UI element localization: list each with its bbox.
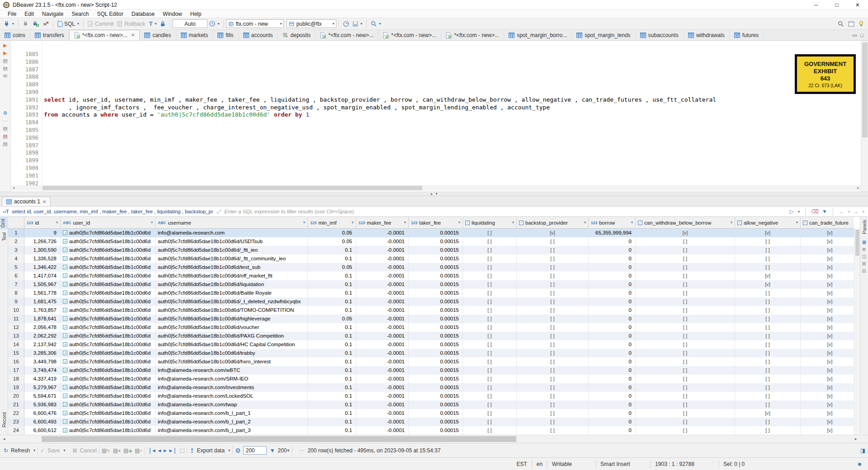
column-header-allow_negative[interactable]: ✓allow_negative▼: [735, 217, 801, 228]
table-row-8[interactable]: 81,561,778↗auth0|5c7cfd86dd5dae18b1c00d6…: [8, 289, 854, 297]
cell-min_imf[interactable]: 0.1: [308, 357, 356, 366]
column-filter-caret-icon[interactable]: ▼: [630, 221, 634, 225]
editor-tab-8[interactable]: *<ftx.com - new>...: [316, 30, 378, 40]
cell-id[interactable]: 1,878,641: [24, 315, 61, 323]
cell-borrow[interactable]: 0: [589, 263, 636, 272]
code-line-1890[interactable]: [44, 89, 861, 96]
row-number[interactable]: 3: [8, 246, 24, 254]
edit-row-icon[interactable]: ▤✎: [102, 447, 110, 454]
table-row-24[interactable]: 246,600,612↗auth0|5c7cfd86dd5dae18b1c00d…: [8, 426, 854, 435]
cell-can_trade_future[interactable]: [v]: [801, 332, 854, 340]
cell-id[interactable]: 1,346,422: [24, 263, 61, 272]
cell-user_id[interactable]: ↗auth0|5c7cfd86dd5dae18b1c00d6d: [61, 375, 156, 383]
foreign-key-link-icon[interactable]: ↗: [63, 273, 67, 278]
cell-can_withdraw_below_borrow[interactable]: [ ]: [636, 289, 735, 297]
cell-username[interactable]: auth0|5c7cfd86dd5dae18b1c00d6d/test_sub: [156, 263, 308, 272]
cell-id[interactable]: 4,337,419: [24, 375, 61, 383]
cell-user_id[interactable]: ↗auth0|5c7cfd86dd5dae18b1c00d6d: [61, 409, 156, 418]
fetch-size-input[interactable]: [243, 446, 267, 455]
search-toolbar-button[interactable]: ▾: [369, 20, 382, 28]
cell-taker_fee[interactable]: 0.00015: [409, 263, 463, 272]
cell-backstop_provider[interactable]: [ ]: [517, 254, 589, 263]
cell-allow_negative[interactable]: [ ]: [735, 400, 801, 409]
cell-can_trade_future[interactable]: [v]: [801, 418, 854, 426]
cell-user_id[interactable]: ↗auth0|5c7cfd86dd5dae18b1c00d6d: [61, 383, 156, 392]
cell-user_id[interactable]: ↗auth0|5c7cfd86dd5dae18b1c00d6d: [61, 340, 156, 349]
cell-allow_negative[interactable]: [v]: [735, 409, 801, 418]
editor-tab-11[interactable]: spot_margin_borro...: [504, 30, 572, 40]
minimize-editor-icon[interactable]: ▭: [852, 33, 857, 38]
cell-borrow[interactable]: 0: [589, 375, 636, 383]
export-caret-icon[interactable]: ▾: [228, 448, 230, 452]
cell-liquidating[interactable]: [ ]: [463, 332, 517, 340]
fetch-more-button[interactable]: 200+: [278, 447, 290, 454]
table-row-18[interactable]: 184,337,419↗auth0|5c7cfd86dd5dae18b1c00d…: [8, 375, 854, 383]
menu-sql-editor[interactable]: SQL Editor: [93, 11, 127, 17]
foreign-key-link-icon[interactable]: ↗: [63, 419, 67, 424]
table-row-4[interactable]: 41,336,528↗auth0|5c7cfd86dd5dae18b1c00d6…: [8, 254, 854, 263]
cell-taker_fee[interactable]: 0.00015: [409, 349, 463, 357]
cell-can_trade_future[interactable]: [v]: [801, 426, 854, 435]
cell-can_withdraw_below_borrow[interactable]: [ ]: [636, 297, 735, 306]
transaction-mode-button[interactable]: T ▾: [147, 20, 158, 28]
selection-indicator[interactable]: Sel: 0 | 0: [723, 461, 745, 467]
cell-username[interactable]: info@alameda-research.com/LockedSOL: [156, 392, 308, 400]
cell-user_id[interactable]: ↗auth0|5c7cfd86dd5dae18b1c00d6d: [61, 366, 156, 375]
dashboard-button[interactable]: [341, 20, 351, 28]
tip-lightbulb-icon[interactable]: [859, 21, 863, 27]
row-number[interactable]: 21: [8, 400, 24, 409]
column-filter-caret-icon[interactable]: ▼: [511, 221, 515, 225]
cell-allow_negative[interactable]: [ ]: [735, 246, 801, 254]
close-results-tab-icon[interactable]: ✕: [42, 199, 46, 204]
cell-username[interactable]: auth0|5c7cfd86dd5dae18b1c00d6d/HC Capita…: [156, 340, 308, 349]
row-number[interactable]: 2: [8, 237, 24, 246]
cell-allow_negative[interactable]: [v]: [735, 229, 801, 237]
column-header-user_id[interactable]: ABCuser_id▼: [61, 217, 156, 228]
cell-allow_negative[interactable]: [ ]: [735, 263, 801, 272]
cell-taker_fee[interactable]: 0.00015: [409, 323, 463, 332]
cell-liquidating[interactable]: [ ]: [463, 375, 517, 383]
cell-username[interactable]: auth0|5c7cfd86dd5dae18b1c00d6d/_t_delete…: [156, 297, 308, 306]
table-row-14[interactable]: 142,137,942↗auth0|5c7cfd86dd5dae18b1c00d…: [8, 340, 854, 349]
cell-user_id[interactable]: ↗auth0|5c7cfd86dd5dae18b1c00d6d: [61, 254, 156, 263]
menu-navigate[interactable]: Navigate: [38, 11, 67, 17]
code-line-1896[interactable]: [44, 134, 861, 142]
cell-taker_fee[interactable]: 0.00015: [409, 246, 463, 254]
cell-maker_fee[interactable]: -0.0001: [356, 418, 409, 426]
cell-username[interactable]: auth0|5c7cfd86dd5dae18b1c00d6d/liquidati…: [156, 280, 308, 289]
code-line-1889[interactable]: [44, 81, 861, 89]
cell-min_imf[interactable]: 0.1: [308, 366, 356, 375]
email-script-icon[interactable]: ✉: [3, 73, 7, 79]
editor-results-splitter[interactable]: ▲ ▼: [0, 192, 868, 196]
table-row-5[interactable]: 51,346,422↗auth0|5c7cfd86dd5dae18b1c00d6…: [8, 263, 854, 272]
panel-calc-icon[interactable]: ⊞: [862, 261, 866, 266]
cell-liquidating[interactable]: [ ]: [463, 297, 517, 306]
menu-window[interactable]: Window: [159, 11, 186, 17]
foreign-key-link-icon[interactable]: ↗: [63, 342, 67, 347]
close-button[interactable]: ✕: [847, 0, 868, 10]
cell-backstop_provider[interactable]: [ ]: [517, 263, 589, 272]
cell-maker_fee[interactable]: -0.0001: [356, 409, 409, 418]
foreign-key-link-icon[interactable]: ↗: [63, 256, 67, 261]
cell-liquidating[interactable]: [ ]: [463, 272, 517, 280]
cell-maker_fee[interactable]: -0.0001: [356, 426, 409, 435]
sql-editor-button[interactable]: SQL ▾: [56, 20, 81, 28]
connect-button[interactable]: [21, 20, 31, 28]
tab-record-view[interactable]: Record: [1, 409, 7, 430]
cell-user_id[interactable]: ↗auth0|5c7cfd86dd5dae18b1c00d6d: [61, 332, 156, 340]
cell-borrow[interactable]: 0: [589, 340, 636, 349]
cell-can_withdraw_below_borrow[interactable]: [ ]: [636, 340, 735, 349]
new-connection-button[interactable]: ▾: [2, 20, 16, 28]
cell-liquidating[interactable]: [ ]: [463, 263, 517, 272]
cell-borrow[interactable]: 0: [589, 418, 636, 426]
cell-backstop_provider[interactable]: [ ]: [517, 289, 589, 297]
cell-id[interactable]: 6,600,612: [24, 426, 61, 435]
cell-taker_fee[interactable]: 0.00015: [409, 315, 463, 323]
cell-maker_fee[interactable]: -0.0001: [356, 280, 409, 289]
cell-maker_fee[interactable]: -0.0001: [356, 366, 409, 375]
filter-history-caret-icon[interactable]: ▾: [798, 210, 800, 214]
cell-can_withdraw_below_borrow[interactable]: [ ]: [636, 349, 735, 357]
cell-username[interactable]: auth0|5c7cfd86dd5dae18b1c00d6d/PAXG Comp…: [156, 332, 308, 340]
cell-id[interactable]: 1,336,528: [24, 254, 61, 263]
cell-maker_fee[interactable]: -0.0001: [356, 254, 409, 263]
